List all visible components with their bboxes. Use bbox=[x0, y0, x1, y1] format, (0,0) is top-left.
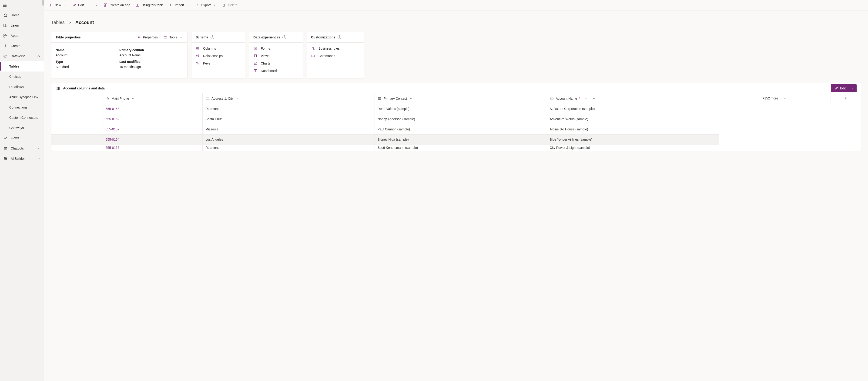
experiences-forms[interactable]: Forms bbox=[253, 46, 299, 51]
text-icon bbox=[550, 96, 554, 100]
cell-account[interactable]: Alpine Ski House (sample) bbox=[547, 124, 719, 135]
chevron-up-icon bbox=[36, 54, 41, 58]
grid-edit-button[interactable]: Edit bbox=[831, 84, 857, 92]
experiences-charts[interactable]: Charts bbox=[253, 61, 299, 65]
cell-phone[interactable]: 555-0152 bbox=[102, 114, 203, 124]
cell-phone[interactable]: 555-0154 bbox=[102, 135, 203, 145]
app-icon bbox=[103, 3, 108, 7]
cell-city[interactable]: Missoula bbox=[203, 124, 375, 135]
hamburger-icon[interactable] bbox=[3, 3, 7, 7]
customizations-commands[interactable]: Commands bbox=[311, 54, 360, 58]
breadcrumb-parent[interactable]: Tables bbox=[51, 20, 65, 25]
nav-sub-label: Custom Connectors bbox=[9, 116, 38, 119]
nav-label: Chatbots bbox=[11, 146, 24, 150]
info-icon[interactable]: i bbox=[282, 35, 286, 39]
sidebar-scrollbar[interactable] bbox=[42, 0, 44, 6]
sidebar-item-choices[interactable]: Choices bbox=[0, 71, 44, 82]
data-grid: Main Phone Address 1: City Primary Conta… bbox=[52, 93, 861, 151]
cell-contact[interactable]: Scott Konersmann (sample) bbox=[375, 145, 547, 151]
commands-icon bbox=[311, 54, 315, 58]
lookup-icon bbox=[378, 96, 382, 100]
table-row[interactable]: 555-0152 Santa Cruz Nancy Anderson (samp… bbox=[52, 114, 861, 124]
sidebar-item-tables[interactable]: Tables bbox=[0, 61, 44, 71]
nav-label: Apps bbox=[11, 34, 18, 37]
table-row[interactable]: 555-0155 Redmond Scott Konersmann (sampl… bbox=[52, 145, 861, 151]
add-column-button[interactable]: + bbox=[831, 93, 861, 104]
plus-icon: + bbox=[844, 96, 847, 101]
sidebar-item-synapse[interactable]: Azure Synapse Link bbox=[0, 92, 44, 102]
prop-modified-value: 10 months ago bbox=[119, 65, 183, 69]
sidebar-item-apps[interactable]: Apps bbox=[0, 30, 44, 41]
sidebar: Home Learn Apps Create Dataverse Tables … bbox=[0, 0, 44, 381]
edit-button[interactable]: Edit bbox=[72, 3, 84, 7]
more-columns-button[interactable]: +152 more bbox=[719, 93, 831, 104]
col-label: Main Phone bbox=[112, 97, 129, 100]
column-header-contact[interactable]: Primary Contact bbox=[375, 93, 547, 104]
svg-rect-28 bbox=[56, 87, 59, 90]
table-row[interactable]: 555-0154 Los Angeles Sidney Higa (sample… bbox=[52, 135, 861, 145]
using-table-button[interactable]: Using this table bbox=[135, 3, 164, 7]
cell-account[interactable]: City Power & Light (sample) bbox=[547, 145, 719, 151]
customizations-business-rules[interactable]: Business rules bbox=[311, 46, 360, 51]
properties-button[interactable]: Properties bbox=[137, 35, 158, 39]
sidebar-item-flows[interactable]: Flows bbox=[0, 133, 44, 143]
sidebar-item-create[interactable]: Create bbox=[0, 41, 44, 51]
cell-city[interactable]: Los Angeles bbox=[203, 135, 375, 145]
cell-phone[interactable]: 555-0158 bbox=[102, 104, 203, 114]
link-label: Columns bbox=[203, 47, 216, 50]
experiences-views[interactable]: Views bbox=[253, 54, 299, 58]
cell-account[interactable]: A. Datum Corporation (sample) bbox=[547, 104, 719, 114]
card-title: Schema bbox=[196, 35, 208, 39]
sidebar-item-dataverse[interactable]: Dataverse bbox=[0, 51, 44, 61]
import-icon bbox=[169, 3, 173, 7]
create-app-button[interactable]: Create an app bbox=[103, 3, 130, 7]
cell-city[interactable]: Redmond bbox=[203, 145, 375, 151]
cell-phone[interactable]: 555-0157 bbox=[102, 124, 203, 135]
sidebar-item-learn[interactable]: Learn bbox=[0, 20, 44, 30]
import-button[interactable]: Import bbox=[169, 3, 190, 7]
sidebar-item-gateways[interactable]: Gateways bbox=[0, 123, 44, 133]
sidebar-item-dataflows[interactable]: Dataflows bbox=[0, 82, 44, 92]
cell-account[interactable]: Adventure Works (sample) bbox=[547, 114, 719, 124]
cell-contact[interactable]: Nancy Anderson (sample) bbox=[375, 114, 547, 124]
column-header-phone[interactable]: Main Phone bbox=[102, 93, 203, 104]
export-button[interactable]: Export bbox=[195, 3, 217, 7]
svg-rect-15 bbox=[164, 36, 167, 38]
chevron-down-icon bbox=[186, 3, 190, 7]
nav-label: Home bbox=[11, 13, 19, 17]
new-button[interactable]: New bbox=[49, 3, 67, 7]
cell-contact[interactable]: Sidney Higa (sample) bbox=[375, 135, 547, 145]
chatbots-icon bbox=[3, 146, 7, 150]
edit-split-chevron-icon[interactable] bbox=[94, 3, 98, 7]
cell-city[interactable]: Santa Cruz bbox=[203, 114, 375, 124]
col-label: Primary Contact bbox=[384, 97, 407, 100]
info-icon[interactable]: i bbox=[338, 35, 341, 39]
table-properties-card: Table properties Properties Tools bbox=[51, 32, 187, 79]
grid-edit-split[interactable] bbox=[849, 84, 857, 92]
schema-columns[interactable]: AbcColumns bbox=[196, 46, 241, 51]
cell-phone[interactable]: 555-0155 bbox=[102, 145, 203, 151]
sidebar-item-home[interactable]: Home bbox=[0, 10, 44, 20]
svg-point-20 bbox=[198, 56, 199, 57]
sidebar-item-chatbots[interactable]: Chatbots bbox=[0, 143, 44, 153]
nav-sub-label: Gateways bbox=[9, 126, 24, 130]
sidebar-item-custom-connectors[interactable]: Custom Connectors bbox=[0, 113, 44, 123]
cell-contact[interactable]: Rene Valdes (sample) bbox=[375, 104, 547, 114]
column-header-account[interactable]: Account Name * bbox=[547, 93, 719, 104]
cell-account[interactable]: Blue Yonder Airlines (sample) bbox=[547, 135, 719, 145]
sidebar-item-connections[interactable]: Connections bbox=[0, 102, 44, 113]
cell-city[interactable]: Redmond bbox=[203, 104, 375, 114]
svg-point-14 bbox=[138, 36, 140, 38]
table-row[interactable]: 555-0158 Redmond Rene Valdes (sample) A.… bbox=[52, 104, 861, 114]
info-icon[interactable]: i bbox=[211, 35, 214, 39]
main: New Edit Create an app Using this table … bbox=[44, 0, 868, 381]
experiences-dashboards[interactable]: Dashboards bbox=[253, 69, 299, 73]
tools-button[interactable]: Tools bbox=[163, 35, 183, 39]
table-row[interactable]: 555-0157 Missoula Paul Cannon (sample) A… bbox=[52, 124, 861, 135]
cell-contact[interactable]: Paul Cannon (sample) bbox=[375, 124, 547, 135]
column-header-city[interactable]: Address 1: City bbox=[203, 93, 375, 104]
business-rules-icon bbox=[311, 46, 315, 51]
schema-relationships[interactable]: Relationships bbox=[196, 54, 241, 58]
schema-keys[interactable]: Keys bbox=[196, 61, 241, 65]
sidebar-item-ai-builder[interactable]: AI Builder bbox=[0, 153, 44, 164]
